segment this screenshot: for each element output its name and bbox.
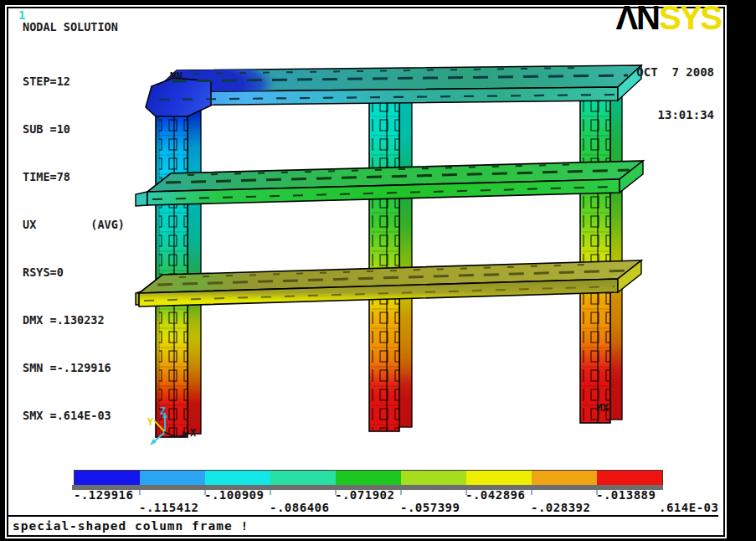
legend-value: -.028392 [531, 501, 590, 514]
legend-segment [140, 471, 205, 485]
info-line-step: STEP=12 [23, 74, 125, 90]
legend-value: -.115412 [139, 501, 198, 514]
legend-value: .614E-03 [659, 501, 718, 514]
info-line-sub: SUB =10 [23, 121, 125, 137]
legend-value: -.042896 [465, 488, 525, 502]
legend-segment [597, 471, 662, 485]
legend-segment [75, 471, 140, 485]
datetime: OCT 7 2008 13:01:34 [636, 37, 714, 151]
legend-value: -.129916 [74, 488, 133, 502]
info-line-rsys: RSYS=0 [23, 265, 125, 281]
ansys-logo-sys: SYS [659, 0, 721, 36]
time-text: 13:01:34 [636, 108, 714, 122]
max-node-label: MX [596, 401, 609, 414]
legend-segment [270, 471, 336, 485]
info-line-smx: SMX =.614E-03 [23, 408, 125, 424]
info-line-dmx: DMX =.130232 [23, 312, 125, 328]
ansys-logo-an: ΛN [615, 0, 659, 36]
result-title: NODAL SOLUTION [23, 20, 118, 33]
contour-legend-bar [74, 470, 663, 486]
ansys-logo: ΛNSYS [615, 2, 721, 33]
legend-value: -.013889 [596, 488, 656, 502]
ansys-graphics-window: 1 NODAL SOLUTION STEP=12 SUB =10 TIME=78… [0, 0, 756, 541]
info-line-time: TIME=78 [23, 169, 125, 185]
legend-value: -.071902 [335, 488, 394, 502]
info-line-smn: SMN =-.129916 [23, 360, 125, 376]
legend-tick [400, 490, 402, 495]
info-line-component: UX (AVG) [23, 217, 125, 233]
legend-segment [401, 471, 466, 485]
legend-tick [139, 490, 141, 495]
legend-value: -.057399 [400, 501, 460, 514]
legend-value: -.086406 [270, 501, 329, 514]
min-node-label: MN [170, 70, 183, 82]
legend-tick [531, 490, 532, 495]
legend-value: -.100909 [204, 488, 264, 502]
date-text: OCT 7 2008 [636, 65, 714, 80]
caption-text: special-shaped column frame ! [13, 519, 249, 533]
legend-tick [270, 490, 271, 495]
legend-segment [336, 471, 401, 485]
legend-segment [466, 471, 532, 485]
triad-z-label: Z [160, 405, 166, 417]
legend-segment [532, 471, 597, 485]
caption-divider [7, 515, 718, 517]
triad-x-label: X [190, 427, 196, 439]
triad-y-label: Y [147, 416, 153, 428]
analysis-info: STEP=12 SUB =10 TIME=78 UX (AVG) RSYS=0 … [23, 42, 125, 456]
legend-segment [205, 471, 270, 485]
